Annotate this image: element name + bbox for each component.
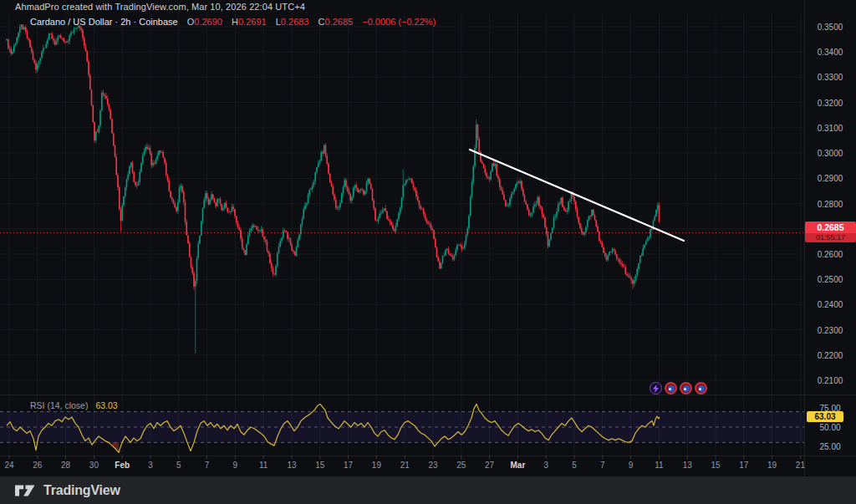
price-axis-label: 0.3400 [805, 48, 855, 57]
time-axis-label: 13 [287, 461, 296, 470]
time-axis-label: 21 [796, 461, 805, 470]
time-axis-label: 19 [767, 461, 777, 470]
price-axis-label: 0.3300 [805, 73, 855, 82]
tradingview-wordmark[interactable]: TradingView [43, 483, 120, 498]
rsi-axis-label: 50.00 [805, 423, 855, 432]
footer-bar: TradingView [0, 476, 856, 504]
rsi-pane-divider[interactable] [0, 395, 856, 395]
rsi-value-tag: 63.03 [807, 411, 843, 422]
time-axis-label: 27 [485, 461, 494, 470]
close-label: C [318, 17, 325, 27]
tradingview-chart-screenshot: AhmadPro created with TradingView.com, M… [0, 0, 856, 504]
time-axis-label: 17 [344, 461, 353, 470]
rsi-indicator-title[interactable]: RSI (14, close) [30, 400, 88, 410]
rsi-indicator-value: 63.03 [95, 400, 117, 410]
time-axis-label: 3 [148, 461, 153, 470]
high-value: 0.2691 [238, 17, 267, 27]
watermark-text: AhmadPro created with TradingView.com, M… [15, 2, 305, 12]
time-axis-label: 21 [400, 461, 410, 470]
time-axis-label: 7 [600, 461, 605, 470]
last-price-tag: 0.2685 01:55:17 [805, 221, 856, 242]
price-axis-label: 0.2300 [805, 325, 855, 334]
high-label: H [232, 17, 238, 27]
price-axis-label: 0.3000 [805, 149, 855, 158]
time-axis-label: 7 [205, 461, 210, 470]
price-axis-label: 0.2400 [805, 300, 855, 309]
time-axis-label: 17 [739, 461, 748, 470]
time-axis-divider [0, 456, 856, 456]
time-axis-label: 15 [315, 461, 324, 470]
badge-icon[interactable] [665, 382, 677, 395]
time-axis-label: 13 [683, 461, 692, 470]
time-axis-label: 15 [711, 461, 720, 470]
time-axis-label: Mar [510, 461, 525, 470]
time-axis-label: 9 [233, 461, 238, 470]
price-axis-label: 0.3500 [805, 23, 855, 32]
badge-icon[interactable] [680, 382, 692, 395]
time-axis-label: 23 [428, 461, 437, 470]
lightning-bolt-glyph [653, 384, 660, 393]
price-axis-label: 0.2100 [805, 376, 855, 385]
chart-canvas[interactable] [0, 0, 805, 476]
time-axis-label: 25 [456, 461, 466, 470]
time-axis-label: 30 [89, 461, 99, 470]
time-axis-label: 9 [629, 461, 634, 470]
time-axis-label: 5 [176, 461, 181, 470]
price-axis-label: 0.3200 [805, 98, 855, 107]
badge-icon[interactable] [695, 382, 707, 395]
chart-overlay-icons [650, 382, 707, 395]
tradingview-logo-icon[interactable] [13, 481, 37, 501]
change-value: −0.0006 (−0.22%) [362, 17, 436, 27]
open-value: 0.2690 [194, 17, 222, 27]
lightning-icon[interactable] [650, 382, 662, 395]
price-axis-label: 0.2600 [805, 249, 855, 258]
symbol-title[interactable]: Cardano / US Dollar · 2h · Coinbase [30, 17, 178, 27]
rsi-legend[interactable]: RSI (14, close) 63.03 [30, 400, 118, 410]
time-axis-label: 24 [4, 461, 13, 470]
price-axis-label: 0.2500 [805, 275, 855, 284]
price-axis-label: 0.2200 [805, 350, 855, 359]
close-value: 0.2685 [325, 17, 354, 27]
time-axis-label: 11 [655, 461, 663, 470]
time-axis-label: 19 [372, 461, 381, 470]
time-axis-label: 3 [543, 461, 548, 470]
trendline[interactable] [470, 150, 684, 241]
price-axis-label: 0.3100 [805, 123, 855, 132]
time-axis-label: Feb [115, 461, 130, 470]
low-value: 0.2683 [281, 17, 309, 27]
price-axis-label: 0.2900 [805, 174, 855, 183]
candle-countdown: 01:55:17 [805, 233, 856, 242]
last-price-value: 0.2685 [805, 221, 856, 233]
time-axis-label: 28 [61, 461, 70, 470]
time-axis-label: 5 [572, 461, 577, 470]
time-axis-label: 26 [33, 461, 42, 470]
rsi-axis-label: 25.00 [805, 442, 855, 451]
price-axis-label: 0.2800 [805, 199, 855, 208]
symbol-legend[interactable]: Cardano / US Dollar · 2h · Coinbase O0.2… [30, 17, 436, 27]
time-axis-label: 11 [259, 461, 268, 470]
